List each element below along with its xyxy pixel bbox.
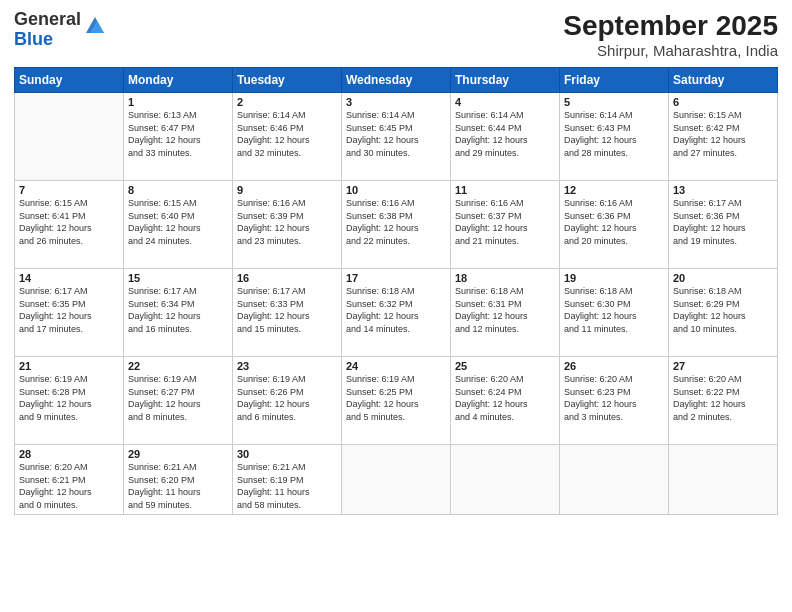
weekday-header: Tuesday bbox=[233, 68, 342, 93]
day-number: 4 bbox=[455, 96, 555, 108]
day-info: Sunrise: 6:16 AM Sunset: 6:38 PM Dayligh… bbox=[346, 197, 446, 247]
calendar-cell: 30Sunrise: 6:21 AM Sunset: 6:19 PM Dayli… bbox=[233, 445, 342, 515]
day-info: Sunrise: 6:15 AM Sunset: 6:41 PM Dayligh… bbox=[19, 197, 119, 247]
day-info: Sunrise: 6:14 AM Sunset: 6:46 PM Dayligh… bbox=[237, 109, 337, 159]
day-number: 30 bbox=[237, 448, 337, 460]
calendar-cell: 13Sunrise: 6:17 AM Sunset: 6:36 PM Dayli… bbox=[669, 181, 778, 269]
calendar-cell: 18Sunrise: 6:18 AM Sunset: 6:31 PM Dayli… bbox=[451, 269, 560, 357]
calendar-cell: 23Sunrise: 6:19 AM Sunset: 6:26 PM Dayli… bbox=[233, 357, 342, 445]
day-info: Sunrise: 6:13 AM Sunset: 6:47 PM Dayligh… bbox=[128, 109, 228, 159]
calendar-cell bbox=[342, 445, 451, 515]
day-info: Sunrise: 6:18 AM Sunset: 6:32 PM Dayligh… bbox=[346, 285, 446, 335]
calendar-week-row: 28Sunrise: 6:20 AM Sunset: 6:21 PM Dayli… bbox=[15, 445, 778, 515]
day-info: Sunrise: 6:16 AM Sunset: 6:36 PM Dayligh… bbox=[564, 197, 664, 247]
day-info: Sunrise: 6:17 AM Sunset: 6:35 PM Dayligh… bbox=[19, 285, 119, 335]
calendar-cell: 15Sunrise: 6:17 AM Sunset: 6:34 PM Dayli… bbox=[124, 269, 233, 357]
calendar-week-row: 14Sunrise: 6:17 AM Sunset: 6:35 PM Dayli… bbox=[15, 269, 778, 357]
calendar-cell: 29Sunrise: 6:21 AM Sunset: 6:20 PM Dayli… bbox=[124, 445, 233, 515]
day-number: 27 bbox=[673, 360, 773, 372]
weekday-header: Sunday bbox=[15, 68, 124, 93]
weekday-header: Thursday bbox=[451, 68, 560, 93]
day-info: Sunrise: 6:16 AM Sunset: 6:37 PM Dayligh… bbox=[455, 197, 555, 247]
calendar-cell: 26Sunrise: 6:20 AM Sunset: 6:23 PM Dayli… bbox=[560, 357, 669, 445]
day-info: Sunrise: 6:14 AM Sunset: 6:44 PM Dayligh… bbox=[455, 109, 555, 159]
weekday-header: Wednesday bbox=[342, 68, 451, 93]
calendar-cell: 1Sunrise: 6:13 AM Sunset: 6:47 PM Daylig… bbox=[124, 93, 233, 181]
calendar-cell: 6Sunrise: 6:15 AM Sunset: 6:42 PM Daylig… bbox=[669, 93, 778, 181]
calendar-cell bbox=[560, 445, 669, 515]
day-number: 13 bbox=[673, 184, 773, 196]
calendar-cell: 5Sunrise: 6:14 AM Sunset: 6:43 PM Daylig… bbox=[560, 93, 669, 181]
day-info: Sunrise: 6:17 AM Sunset: 6:36 PM Dayligh… bbox=[673, 197, 773, 247]
title-block: September 2025 Shirpur, Maharashtra, Ind… bbox=[563, 10, 778, 59]
day-info: Sunrise: 6:21 AM Sunset: 6:20 PM Dayligh… bbox=[128, 461, 228, 511]
calendar-cell: 11Sunrise: 6:16 AM Sunset: 6:37 PM Dayli… bbox=[451, 181, 560, 269]
calendar-cell: 27Sunrise: 6:20 AM Sunset: 6:22 PM Dayli… bbox=[669, 357, 778, 445]
calendar-cell: 12Sunrise: 6:16 AM Sunset: 6:36 PM Dayli… bbox=[560, 181, 669, 269]
calendar-cell bbox=[669, 445, 778, 515]
day-info: Sunrise: 6:18 AM Sunset: 6:30 PM Dayligh… bbox=[564, 285, 664, 335]
calendar-cell: 16Sunrise: 6:17 AM Sunset: 6:33 PM Dayli… bbox=[233, 269, 342, 357]
day-info: Sunrise: 6:18 AM Sunset: 6:29 PM Dayligh… bbox=[673, 285, 773, 335]
day-number: 19 bbox=[564, 272, 664, 284]
day-number: 25 bbox=[455, 360, 555, 372]
day-info: Sunrise: 6:20 AM Sunset: 6:23 PM Dayligh… bbox=[564, 373, 664, 423]
calendar-table: SundayMondayTuesdayWednesdayThursdayFrid… bbox=[14, 67, 778, 515]
weekday-header: Friday bbox=[560, 68, 669, 93]
calendar-cell: 4Sunrise: 6:14 AM Sunset: 6:44 PM Daylig… bbox=[451, 93, 560, 181]
day-number: 17 bbox=[346, 272, 446, 284]
day-number: 15 bbox=[128, 272, 228, 284]
calendar-week-row: 21Sunrise: 6:19 AM Sunset: 6:28 PM Dayli… bbox=[15, 357, 778, 445]
calendar-cell: 20Sunrise: 6:18 AM Sunset: 6:29 PM Dayli… bbox=[669, 269, 778, 357]
day-info: Sunrise: 6:19 AM Sunset: 6:25 PM Dayligh… bbox=[346, 373, 446, 423]
calendar-cell: 21Sunrise: 6:19 AM Sunset: 6:28 PM Dayli… bbox=[15, 357, 124, 445]
day-number: 18 bbox=[455, 272, 555, 284]
logo-general: General bbox=[14, 9, 81, 29]
day-info: Sunrise: 6:15 AM Sunset: 6:42 PM Dayligh… bbox=[673, 109, 773, 159]
month-year: September 2025 bbox=[563, 10, 778, 42]
day-number: 1 bbox=[128, 96, 228, 108]
day-number: 20 bbox=[673, 272, 773, 284]
day-info: Sunrise: 6:14 AM Sunset: 6:45 PM Dayligh… bbox=[346, 109, 446, 159]
calendar-cell: 19Sunrise: 6:18 AM Sunset: 6:30 PM Dayli… bbox=[560, 269, 669, 357]
weekday-header: Saturday bbox=[669, 68, 778, 93]
weekday-header: Monday bbox=[124, 68, 233, 93]
day-info: Sunrise: 6:21 AM Sunset: 6:19 PM Dayligh… bbox=[237, 461, 337, 511]
calendar-cell: 14Sunrise: 6:17 AM Sunset: 6:35 PM Dayli… bbox=[15, 269, 124, 357]
page: General Blue September 2025 Shirpur, Mah… bbox=[0, 0, 792, 612]
day-number: 21 bbox=[19, 360, 119, 372]
day-number: 2 bbox=[237, 96, 337, 108]
day-number: 6 bbox=[673, 96, 773, 108]
day-number: 12 bbox=[564, 184, 664, 196]
day-number: 7 bbox=[19, 184, 119, 196]
day-info: Sunrise: 6:19 AM Sunset: 6:26 PM Dayligh… bbox=[237, 373, 337, 423]
calendar-cell: 7Sunrise: 6:15 AM Sunset: 6:41 PM Daylig… bbox=[15, 181, 124, 269]
day-info: Sunrise: 6:17 AM Sunset: 6:33 PM Dayligh… bbox=[237, 285, 337, 335]
day-number: 22 bbox=[128, 360, 228, 372]
calendar-week-row: 7Sunrise: 6:15 AM Sunset: 6:41 PM Daylig… bbox=[15, 181, 778, 269]
calendar-cell: 25Sunrise: 6:20 AM Sunset: 6:24 PM Dayli… bbox=[451, 357, 560, 445]
calendar-cell: 28Sunrise: 6:20 AM Sunset: 6:21 PM Dayli… bbox=[15, 445, 124, 515]
day-info: Sunrise: 6:16 AM Sunset: 6:39 PM Dayligh… bbox=[237, 197, 337, 247]
calendar-cell: 8Sunrise: 6:15 AM Sunset: 6:40 PM Daylig… bbox=[124, 181, 233, 269]
day-number: 29 bbox=[128, 448, 228, 460]
day-number: 3 bbox=[346, 96, 446, 108]
calendar-cell bbox=[451, 445, 560, 515]
calendar-cell: 17Sunrise: 6:18 AM Sunset: 6:32 PM Dayli… bbox=[342, 269, 451, 357]
day-info: Sunrise: 6:20 AM Sunset: 6:22 PM Dayligh… bbox=[673, 373, 773, 423]
day-number: 8 bbox=[128, 184, 228, 196]
calendar-cell: 22Sunrise: 6:19 AM Sunset: 6:27 PM Dayli… bbox=[124, 357, 233, 445]
day-number: 10 bbox=[346, 184, 446, 196]
day-info: Sunrise: 6:20 AM Sunset: 6:24 PM Dayligh… bbox=[455, 373, 555, 423]
calendar-cell: 3Sunrise: 6:14 AM Sunset: 6:45 PM Daylig… bbox=[342, 93, 451, 181]
day-info: Sunrise: 6:20 AM Sunset: 6:21 PM Dayligh… bbox=[19, 461, 119, 511]
logo-icon bbox=[84, 15, 106, 37]
calendar-cell: 10Sunrise: 6:16 AM Sunset: 6:38 PM Dayli… bbox=[342, 181, 451, 269]
calendar-cell bbox=[15, 93, 124, 181]
logo: General Blue bbox=[14, 10, 106, 50]
header: General Blue September 2025 Shirpur, Mah… bbox=[14, 10, 778, 59]
location: Shirpur, Maharashtra, India bbox=[563, 42, 778, 59]
day-number: 26 bbox=[564, 360, 664, 372]
day-number: 16 bbox=[237, 272, 337, 284]
day-info: Sunrise: 6:15 AM Sunset: 6:40 PM Dayligh… bbox=[128, 197, 228, 247]
